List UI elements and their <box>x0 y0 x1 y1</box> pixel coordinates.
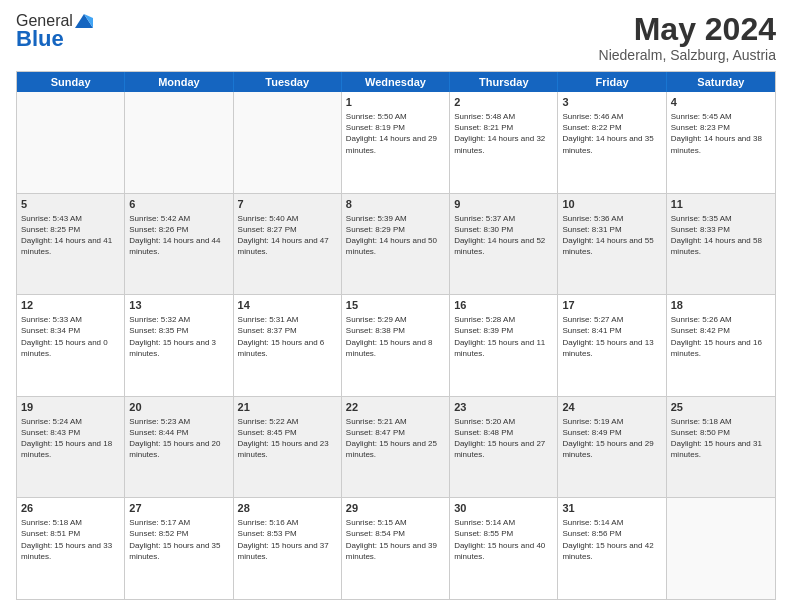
day-header-wednesday: Wednesday <box>342 72 450 92</box>
cell-info: Sunrise: 5:37 AMSunset: 8:30 PMDaylight:… <box>454 213 553 258</box>
calendar-cell: 30Sunrise: 5:14 AMSunset: 8:55 PMDayligh… <box>450 498 558 599</box>
day-header-thursday: Thursday <box>450 72 558 92</box>
calendar-row: 26Sunrise: 5:18 AMSunset: 8:51 PMDayligh… <box>17 497 775 599</box>
location: Niederalm, Salzburg, Austria <box>599 47 776 63</box>
cell-info: Sunrise: 5:23 AMSunset: 8:44 PMDaylight:… <box>129 416 228 461</box>
calendar-cell <box>667 498 775 599</box>
calendar-cell: 19Sunrise: 5:24 AMSunset: 8:43 PMDayligh… <box>17 397 125 498</box>
cell-info: Sunrise: 5:18 AMSunset: 8:50 PMDaylight:… <box>671 416 771 461</box>
cell-info: Sunrise: 5:20 AMSunset: 8:48 PMDaylight:… <box>454 416 553 461</box>
day-number: 12 <box>21 298 120 313</box>
calendar-cell: 23Sunrise: 5:20 AMSunset: 8:48 PMDayligh… <box>450 397 558 498</box>
calendar-cell: 6Sunrise: 5:42 AMSunset: 8:26 PMDaylight… <box>125 194 233 295</box>
day-number: 26 <box>21 501 120 516</box>
cell-info: Sunrise: 5:15 AMSunset: 8:54 PMDaylight:… <box>346 517 445 562</box>
calendar-cell <box>17 92 125 193</box>
day-number: 22 <box>346 400 445 415</box>
day-number: 30 <box>454 501 553 516</box>
day-number: 2 <box>454 95 553 110</box>
calendar-cell: 28Sunrise: 5:16 AMSunset: 8:53 PMDayligh… <box>234 498 342 599</box>
day-number: 13 <box>129 298 228 313</box>
cell-info: Sunrise: 5:35 AMSunset: 8:33 PMDaylight:… <box>671 213 771 258</box>
page: General Blue May 2024 Niederalm, Salzbur… <box>0 0 792 612</box>
cell-info: Sunrise: 5:46 AMSunset: 8:22 PMDaylight:… <box>562 111 661 156</box>
calendar-cell: 15Sunrise: 5:29 AMSunset: 8:38 PMDayligh… <box>342 295 450 396</box>
day-number: 17 <box>562 298 661 313</box>
calendar-cell: 16Sunrise: 5:28 AMSunset: 8:39 PMDayligh… <box>450 295 558 396</box>
logo-icon <box>75 14 93 28</box>
cell-info: Sunrise: 5:45 AMSunset: 8:23 PMDaylight:… <box>671 111 771 156</box>
cell-info: Sunrise: 5:24 AMSunset: 8:43 PMDaylight:… <box>21 416 120 461</box>
day-number: 15 <box>346 298 445 313</box>
day-number: 3 <box>562 95 661 110</box>
logo-blue-text: Blue <box>16 26 64 52</box>
calendar-cell: 25Sunrise: 5:18 AMSunset: 8:50 PMDayligh… <box>667 397 775 498</box>
day-number: 6 <box>129 197 228 212</box>
day-number: 16 <box>454 298 553 313</box>
cell-info: Sunrise: 5:28 AMSunset: 8:39 PMDaylight:… <box>454 314 553 359</box>
day-number: 10 <box>562 197 661 212</box>
cell-info: Sunrise: 5:48 AMSunset: 8:21 PMDaylight:… <box>454 111 553 156</box>
day-number: 29 <box>346 501 445 516</box>
cell-info: Sunrise: 5:36 AMSunset: 8:31 PMDaylight:… <box>562 213 661 258</box>
day-number: 8 <box>346 197 445 212</box>
calendar-cell: 18Sunrise: 5:26 AMSunset: 8:42 PMDayligh… <box>667 295 775 396</box>
day-number: 19 <box>21 400 120 415</box>
calendar-cell: 8Sunrise: 5:39 AMSunset: 8:29 PMDaylight… <box>342 194 450 295</box>
calendar-cell: 26Sunrise: 5:18 AMSunset: 8:51 PMDayligh… <box>17 498 125 599</box>
day-number: 4 <box>671 95 771 110</box>
calendar-row: 1Sunrise: 5:50 AMSunset: 8:19 PMDaylight… <box>17 92 775 193</box>
day-header-monday: Monday <box>125 72 233 92</box>
cell-info: Sunrise: 5:29 AMSunset: 8:38 PMDaylight:… <box>346 314 445 359</box>
calendar-cell: 4Sunrise: 5:45 AMSunset: 8:23 PMDaylight… <box>667 92 775 193</box>
calendar-cell: 27Sunrise: 5:17 AMSunset: 8:52 PMDayligh… <box>125 498 233 599</box>
cell-info: Sunrise: 5:40 AMSunset: 8:27 PMDaylight:… <box>238 213 337 258</box>
day-number: 5 <box>21 197 120 212</box>
cell-info: Sunrise: 5:18 AMSunset: 8:51 PMDaylight:… <box>21 517 120 562</box>
calendar-body: 1Sunrise: 5:50 AMSunset: 8:19 PMDaylight… <box>17 92 775 599</box>
calendar-cell: 17Sunrise: 5:27 AMSunset: 8:41 PMDayligh… <box>558 295 666 396</box>
calendar: SundayMondayTuesdayWednesdayThursdayFrid… <box>16 71 776 600</box>
cell-info: Sunrise: 5:14 AMSunset: 8:55 PMDaylight:… <box>454 517 553 562</box>
day-header-sunday: Sunday <box>17 72 125 92</box>
day-number: 14 <box>238 298 337 313</box>
cell-info: Sunrise: 5:19 AMSunset: 8:49 PMDaylight:… <box>562 416 661 461</box>
calendar-cell: 21Sunrise: 5:22 AMSunset: 8:45 PMDayligh… <box>234 397 342 498</box>
day-number: 28 <box>238 501 337 516</box>
day-number: 21 <box>238 400 337 415</box>
calendar-cell: 11Sunrise: 5:35 AMSunset: 8:33 PMDayligh… <box>667 194 775 295</box>
cell-info: Sunrise: 5:14 AMSunset: 8:56 PMDaylight:… <box>562 517 661 562</box>
calendar-cell <box>234 92 342 193</box>
cell-info: Sunrise: 5:26 AMSunset: 8:42 PMDaylight:… <box>671 314 771 359</box>
cell-info: Sunrise: 5:22 AMSunset: 8:45 PMDaylight:… <box>238 416 337 461</box>
cell-info: Sunrise: 5:42 AMSunset: 8:26 PMDaylight:… <box>129 213 228 258</box>
calendar-cell: 29Sunrise: 5:15 AMSunset: 8:54 PMDayligh… <box>342 498 450 599</box>
day-number: 18 <box>671 298 771 313</box>
calendar-header: SundayMondayTuesdayWednesdayThursdayFrid… <box>17 72 775 92</box>
cell-info: Sunrise: 5:16 AMSunset: 8:53 PMDaylight:… <box>238 517 337 562</box>
cell-info: Sunrise: 5:33 AMSunset: 8:34 PMDaylight:… <box>21 314 120 359</box>
calendar-cell: 14Sunrise: 5:31 AMSunset: 8:37 PMDayligh… <box>234 295 342 396</box>
day-number: 11 <box>671 197 771 212</box>
calendar-row: 12Sunrise: 5:33 AMSunset: 8:34 PMDayligh… <box>17 294 775 396</box>
calendar-row: 19Sunrise: 5:24 AMSunset: 8:43 PMDayligh… <box>17 396 775 498</box>
day-number: 7 <box>238 197 337 212</box>
day-header-saturday: Saturday <box>667 72 775 92</box>
cell-info: Sunrise: 5:27 AMSunset: 8:41 PMDaylight:… <box>562 314 661 359</box>
cell-info: Sunrise: 5:17 AMSunset: 8:52 PMDaylight:… <box>129 517 228 562</box>
calendar-cell: 24Sunrise: 5:19 AMSunset: 8:49 PMDayligh… <box>558 397 666 498</box>
day-number: 24 <box>562 400 661 415</box>
day-number: 27 <box>129 501 228 516</box>
calendar-cell: 20Sunrise: 5:23 AMSunset: 8:44 PMDayligh… <box>125 397 233 498</box>
day-number: 20 <box>129 400 228 415</box>
cell-info: Sunrise: 5:43 AMSunset: 8:25 PMDaylight:… <box>21 213 120 258</box>
calendar-cell: 10Sunrise: 5:36 AMSunset: 8:31 PMDayligh… <box>558 194 666 295</box>
cell-info: Sunrise: 5:39 AMSunset: 8:29 PMDaylight:… <box>346 213 445 258</box>
day-header-friday: Friday <box>558 72 666 92</box>
logo: General Blue <box>16 12 93 52</box>
calendar-cell: 3Sunrise: 5:46 AMSunset: 8:22 PMDaylight… <box>558 92 666 193</box>
day-number: 1 <box>346 95 445 110</box>
month-title: May 2024 <box>599 12 776 47</box>
calendar-row: 5Sunrise: 5:43 AMSunset: 8:25 PMDaylight… <box>17 193 775 295</box>
cell-info: Sunrise: 5:21 AMSunset: 8:47 PMDaylight:… <box>346 416 445 461</box>
